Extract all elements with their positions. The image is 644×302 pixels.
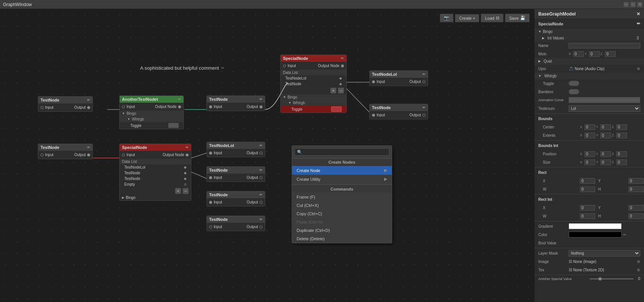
input-port[interactable] (122, 153, 125, 156)
ctx-search-input[interactable] (294, 148, 389, 156)
panel-edit-icon[interactable]: ✏ (637, 21, 640, 26)
input-port[interactable] (209, 152, 212, 155)
rect-w[interactable] (580, 186, 595, 192)
moin-y[interactable] (589, 51, 600, 57)
upsi-settings-icon[interactable]: ⚙ (637, 67, 640, 71)
comment-edit-icon[interactable]: ✏ (221, 66, 224, 70)
node-edit-icon[interactable]: ✏ (178, 97, 181, 101)
toggle-control[interactable] (331, 106, 342, 112)
center-x[interactable] (585, 124, 595, 130)
graph-area[interactable]: 📷 Create + Load ⊟ Save 💾 A sophisticated… (0, 9, 534, 302)
output-port[interactable] (87, 106, 90, 109)
input-port[interactable] (283, 64, 286, 67)
name-field[interactable] (569, 43, 640, 49)
extents-x[interactable] (585, 133, 595, 138)
output-port[interactable] (259, 225, 263, 228)
node-edit-icon[interactable]: ✏ (259, 193, 263, 197)
quat-header[interactable]: ▶ Quat (535, 58, 644, 64)
input-port[interactable] (209, 225, 212, 228)
minimize-btn[interactable]: ─ (624, 2, 629, 7)
center-y[interactable] (600, 124, 611, 130)
rect-y[interactable] (628, 178, 644, 184)
maximize-btn[interactable]: □ (630, 2, 636, 7)
node-special-top[interactable]: SpecialNode ✏ Input Output Node Data Lis… (280, 55, 347, 113)
size-z[interactable] (616, 160, 627, 165)
node-edit-icon[interactable]: ✏ (186, 146, 189, 149)
rect-int-h[interactable] (628, 213, 644, 219)
color-edit-icon[interactable]: ✏ (623, 233, 626, 237)
node-edit-icon[interactable]: ✏ (259, 97, 263, 101)
output-port[interactable] (259, 176, 263, 179)
node-testnode-bot2[interactable]: TestNode ✏ Input Output (206, 191, 265, 207)
input-port[interactable] (41, 106, 44, 109)
node-special-bot[interactable]: SpecialNode ✏ Input Output Node Data Lis… (119, 144, 191, 201)
node-testnodelol-top[interactable]: TestNodeLol ✏ Input Output (369, 70, 428, 86)
bingo-header[interactable]: ▶ Bingo (120, 195, 191, 200)
center-z[interactable] (616, 124, 627, 130)
extents-z[interactable] (616, 133, 627, 138)
add-item-btn[interactable]: + (175, 188, 181, 194)
moin-z[interactable] (605, 51, 616, 57)
ctx-duplicate-item[interactable]: Duplicate (Ctrl+D) (292, 226, 392, 235)
position-z[interactable] (616, 151, 627, 157)
input-port[interactable] (41, 153, 44, 156)
toggle-control[interactable] (569, 81, 579, 86)
node-edit-icon[interactable]: ✏ (422, 72, 425, 76)
remove-item-btn[interactable]: − (183, 188, 189, 194)
input-port[interactable] (122, 105, 125, 108)
output-port[interactable] (422, 80, 425, 83)
ctx-copy-item[interactable]: Copy (Ctrl+C) (292, 210, 392, 218)
whtrgb-header[interactable]: ▼ Whtrgb (281, 100, 346, 106)
whtrgb-header[interactable]: ▼ Whtrgb (120, 116, 183, 122)
output-port[interactable] (341, 64, 344, 67)
rect-x[interactable] (580, 178, 595, 184)
camera-button[interactable]: 📷 (440, 14, 453, 22)
ctx-frame-item[interactable]: Frame (F) (292, 193, 392, 201)
node-testnode-bot1[interactable]: TestNode ✏ Input Output (206, 166, 265, 182)
bingo-header[interactable]: ▼ Bingo (281, 94, 346, 100)
bingo-section-header[interactable]: ▼ Bingo (535, 28, 644, 35)
output-port[interactable] (259, 201, 263, 204)
node-testnode-2[interactable]: TestNode ✏ Input Output (38, 144, 93, 159)
ctx-delete-item[interactable]: Delete (Delete) (292, 235, 392, 243)
node-edit-icon[interactable]: ✏ (341, 56, 344, 60)
node-testnode-1[interactable]: TestNode ✏ Input Output (38, 96, 93, 112)
output-port[interactable] (422, 114, 425, 117)
whtrgb-header[interactable]: ▼ Whtrgb (535, 73, 644, 79)
animation-curve-field[interactable] (569, 97, 640, 103)
node-edit-icon[interactable]: ✏ (259, 218, 263, 221)
testenum-select[interactable]: Lol (569, 105, 640, 112)
rect-int-x[interactable] (580, 205, 595, 211)
output-port[interactable] (259, 105, 263, 108)
rect-int-w[interactable] (580, 213, 595, 219)
node-edit-icon[interactable]: ✏ (87, 146, 90, 149)
output-port[interactable] (87, 153, 90, 156)
moin-x[interactable] (573, 51, 584, 57)
node-edit-icon[interactable]: ✏ (87, 98, 90, 102)
bingo-header[interactable]: ▼ Bingo (120, 111, 183, 116)
node-testnodelol-bot[interactable]: TestNodeLol ✏ Input Output (206, 142, 265, 157)
ctx-cut-item[interactable]: Cut (Ctrl+X) (292, 201, 392, 210)
color-field[interactable] (569, 232, 622, 238)
node-edit-icon[interactable]: ✏ (259, 168, 263, 172)
output-port[interactable] (178, 105, 181, 108)
panel-close-icon[interactable]: ✕ (636, 11, 640, 17)
node-testnode-mid[interactable]: TestNode ✏ Input Output (206, 95, 265, 111)
rect-int-y[interactable] (628, 205, 644, 211)
int-values-header[interactable]: ▶ Int Values 3 (535, 35, 644, 41)
ctx-create-node-item[interactable]: Create Node ▶ (292, 166, 392, 175)
remove-item-btn[interactable]: − (338, 88, 344, 94)
image-settings-icon[interactable]: ⚙ (637, 260, 640, 264)
node-testnode-bot3[interactable]: TestNode ✏ Input Output (206, 216, 265, 231)
position-x[interactable] (585, 151, 595, 157)
input-port[interactable] (209, 105, 212, 108)
load-button[interactable]: Load ⊟ (481, 14, 503, 22)
input-port[interactable] (209, 176, 212, 179)
save-button[interactable]: Save 💾 (505, 14, 530, 22)
size-y[interactable] (600, 160, 611, 165)
extents-y[interactable] (600, 133, 611, 138)
position-y[interactable] (600, 151, 611, 157)
layer-mask-select[interactable]: Nothing (569, 250, 640, 257)
input-port[interactable] (372, 114, 375, 117)
bambino-control[interactable] (569, 89, 579, 94)
